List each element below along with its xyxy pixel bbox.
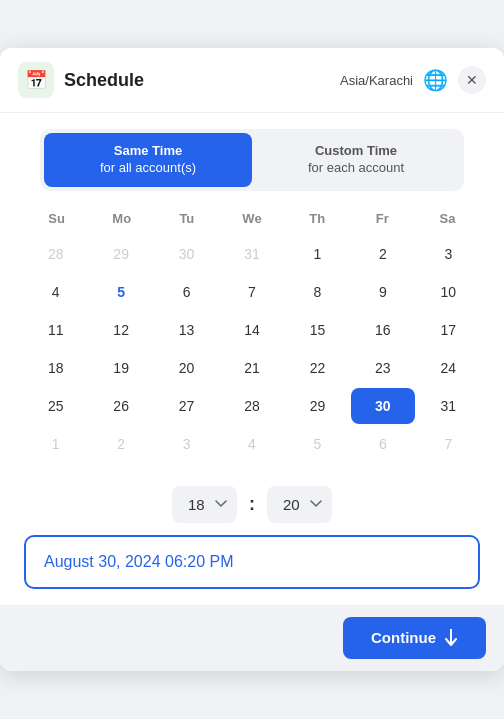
cal-cell-4-other-month: 4 [220, 426, 283, 462]
cal-cell-2-normal[interactable]: 2 [351, 236, 414, 272]
cal-cell-10-normal[interactable]: 10 [417, 274, 480, 310]
cal-cell-28-other-month: 28 [24, 236, 87, 272]
cal-cell-7-normal[interactable]: 7 [220, 274, 283, 310]
day-header-fr: Fr [350, 207, 415, 230]
day-header-sa: Sa [415, 207, 480, 230]
header-right: Asia/Karachi 🌐 ✕ [340, 66, 486, 94]
tab-custom-time-line1: Custom Time [260, 143, 452, 160]
minutes-select[interactable]: 000510152025303540455055 [267, 486, 332, 523]
continue-button[interactable]: Continue [343, 617, 486, 659]
page-title: Schedule [64, 70, 340, 91]
cal-cell-29-other-month: 29 [89, 236, 152, 272]
cal-cell-5-other-month: 5 [286, 426, 349, 462]
time-picker: 0001020304050607080910111213141516171819… [0, 486, 504, 523]
cal-cell-21-normal[interactable]: 21 [220, 350, 283, 386]
day-header-th: Th [285, 207, 350, 230]
cal-cell-20-normal[interactable]: 20 [155, 350, 218, 386]
cal-cell-9-normal[interactable]: 9 [351, 274, 414, 310]
tab-same-time-line1: Same Time [52, 143, 244, 160]
calendar-grid: 2829303112345678910111213141516171819202… [24, 236, 480, 462]
cal-cell-31-normal[interactable]: 31 [417, 388, 480, 424]
tab-custom-time[interactable]: Custom Time for each account [252, 133, 460, 187]
calendar-icon: 📅 [18, 62, 54, 98]
cal-cell-30-other-month: 30 [155, 236, 218, 272]
calendar-day-headers: SuMoTuWeThFrSa [24, 207, 480, 230]
tab-same-time[interactable]: Same Time for all account(s) [44, 133, 252, 187]
cal-cell-6-normal[interactable]: 6 [155, 274, 218, 310]
tab-custom-time-line2: for each account [260, 160, 452, 177]
cal-cell-14-normal[interactable]: 14 [220, 312, 283, 348]
cal-cell-30-selected[interactable]: 30 [351, 388, 414, 424]
cal-cell-3-other-month: 3 [155, 426, 218, 462]
timezone-label: Asia/Karachi [340, 73, 413, 88]
cal-cell-11-normal[interactable]: 11 [24, 312, 87, 348]
cal-cell-25-normal[interactable]: 25 [24, 388, 87, 424]
footer: Continue [0, 605, 504, 671]
tab-same-time-line2: for all account(s) [52, 160, 244, 177]
cal-cell-1-normal[interactable]: 1 [286, 236, 349, 272]
header: 📅 Schedule Asia/Karachi 🌐 ✕ [0, 48, 504, 113]
cal-cell-8-normal[interactable]: 8 [286, 274, 349, 310]
cal-cell-24-normal[interactable]: 24 [417, 350, 480, 386]
globe-icon[interactable]: 🌐 [423, 68, 448, 92]
day-header-mo: Mo [89, 207, 154, 230]
cal-cell-31-other-month: 31 [220, 236, 283, 272]
time-colon: : [249, 494, 255, 515]
arrow-down-icon [444, 629, 458, 647]
day-header-we: We [219, 207, 284, 230]
cal-cell-26-normal[interactable]: 26 [89, 388, 152, 424]
continue-label: Continue [371, 629, 436, 646]
cal-cell-16-normal[interactable]: 16 [351, 312, 414, 348]
cal-cell-29-normal[interactable]: 29 [286, 388, 349, 424]
tab-bar: Same Time for all account(s) Custom Time… [40, 129, 464, 191]
cal-cell-4-normal[interactable]: 4 [24, 274, 87, 310]
cal-cell-12-normal[interactable]: 12 [89, 312, 152, 348]
datetime-display: August 30, 2024 06:20 PM [24, 535, 480, 589]
cal-cell-2-other-month: 2 [89, 426, 152, 462]
cal-cell-5-today[interactable]: 5 [89, 274, 152, 310]
cal-cell-18-normal[interactable]: 18 [24, 350, 87, 386]
cal-cell-19-normal[interactable]: 19 [89, 350, 152, 386]
modal-container: 📅 Schedule Asia/Karachi 🌐 ✕ Same Time fo… [0, 48, 504, 671]
cal-cell-15-normal[interactable]: 15 [286, 312, 349, 348]
day-header-tu: Tu [154, 207, 219, 230]
cal-cell-3-normal[interactable]: 3 [417, 236, 480, 272]
cal-cell-28-normal[interactable]: 28 [220, 388, 283, 424]
cal-cell-27-normal[interactable]: 27 [155, 388, 218, 424]
cal-cell-17-normal[interactable]: 17 [417, 312, 480, 348]
close-button[interactable]: ✕ [458, 66, 486, 94]
cal-cell-13-normal[interactable]: 13 [155, 312, 218, 348]
calendar: SuMoTuWeThFrSa 2829303112345678910111213… [0, 191, 504, 470]
cal-cell-1-other-month: 1 [24, 426, 87, 462]
cal-cell-23-normal[interactable]: 23 [351, 350, 414, 386]
cal-cell-7-other-month: 7 [417, 426, 480, 462]
cal-cell-6-other-month: 6 [351, 426, 414, 462]
cal-cell-22-normal[interactable]: 22 [286, 350, 349, 386]
day-header-su: Su [24, 207, 89, 230]
hours-select[interactable]: 0001020304050607080910111213141516171819… [172, 486, 237, 523]
